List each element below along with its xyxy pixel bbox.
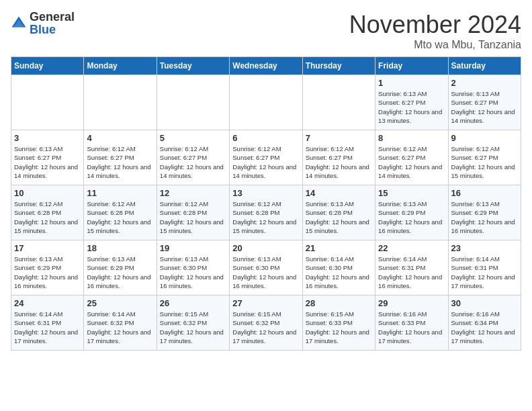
day-info: Sunrise: 6:13 AM Sunset: 6:27 PM Dayligh… bbox=[378, 89, 445, 125]
day-info: Sunrise: 6:12 AM Sunset: 6:27 PM Dayligh… bbox=[87, 144, 153, 180]
day-info: Sunrise: 6:12 AM Sunset: 6:27 PM Dayligh… bbox=[451, 144, 518, 180]
day-number: 30 bbox=[451, 298, 518, 308]
table-row: 26Sunrise: 6:15 AM Sunset: 6:32 PM Dayli… bbox=[157, 295, 229, 351]
day-info: Sunrise: 6:13 AM Sunset: 6:28 PM Dayligh… bbox=[306, 199, 372, 235]
table-row: 19Sunrise: 6:13 AM Sunset: 6:30 PM Dayli… bbox=[157, 240, 229, 295]
table-row: 23Sunrise: 6:14 AM Sunset: 6:31 PM Dayli… bbox=[448, 240, 521, 295]
day-info: Sunrise: 6:12 AM Sunset: 6:28 PM Dayligh… bbox=[14, 199, 81, 235]
logo-text-general: General bbox=[30, 10, 75, 24]
header-saturday: Saturday bbox=[448, 57, 521, 75]
day-info: Sunrise: 6:14 AM Sunset: 6:32 PM Dayligh… bbox=[87, 310, 153, 345]
table-row: 24Sunrise: 6:14 AM Sunset: 6:31 PM Dayli… bbox=[11, 295, 84, 351]
table-row: 21Sunrise: 6:14 AM Sunset: 6:30 PM Dayli… bbox=[302, 240, 375, 295]
day-number: 1 bbox=[378, 78, 445, 88]
day-info: Sunrise: 6:13 AM Sunset: 6:29 PM Dayligh… bbox=[87, 255, 153, 290]
table-row: 27Sunrise: 6:15 AM Sunset: 6:32 PM Dayli… bbox=[230, 295, 302, 351]
table-row bbox=[302, 75, 375, 130]
day-number: 17 bbox=[14, 243, 81, 253]
day-number: 20 bbox=[232, 243, 299, 253]
day-number: 22 bbox=[378, 243, 445, 253]
week-row-4: 17Sunrise: 6:13 AM Sunset: 6:29 PM Dayli… bbox=[11, 240, 521, 295]
day-number: 24 bbox=[14, 298, 81, 308]
header-thursday: Thursday bbox=[302, 57, 375, 75]
day-info: Sunrise: 6:12 AM Sunset: 6:27 PM Dayligh… bbox=[378, 144, 445, 180]
day-number: 15 bbox=[378, 188, 445, 198]
day-number: 21 bbox=[306, 243, 372, 253]
day-number: 11 bbox=[87, 188, 153, 198]
day-info: Sunrise: 6:12 AM Sunset: 6:28 PM Dayligh… bbox=[232, 199, 299, 235]
table-row: 28Sunrise: 6:15 AM Sunset: 6:33 PM Dayli… bbox=[302, 295, 375, 351]
week-row-2: 3Sunrise: 6:13 AM Sunset: 6:27 PM Daylig… bbox=[11, 130, 521, 185]
day-number: 10 bbox=[14, 188, 81, 198]
header-monday: Monday bbox=[84, 57, 157, 75]
day-number: 12 bbox=[160, 188, 226, 198]
day-info: Sunrise: 6:14 AM Sunset: 6:31 PM Dayligh… bbox=[451, 255, 518, 290]
table-row: 22Sunrise: 6:14 AM Sunset: 6:31 PM Dayli… bbox=[375, 240, 448, 295]
table-row bbox=[84, 75, 157, 130]
day-number: 29 bbox=[378, 298, 445, 308]
day-number: 18 bbox=[87, 243, 153, 253]
calendar: SundayMondayTuesdayWednesdayThursdayFrid… bbox=[11, 56, 521, 351]
day-number: 27 bbox=[232, 298, 299, 308]
table-row: 11Sunrise: 6:12 AM Sunset: 6:28 PM Dayli… bbox=[84, 185, 157, 240]
page-header: General Blue November 2024 Mto wa Mbu, T… bbox=[11, 11, 521, 51]
day-number: 4 bbox=[87, 133, 153, 143]
table-row: 7Sunrise: 6:12 AM Sunset: 6:27 PM Daylig… bbox=[302, 130, 375, 185]
logo: General Blue bbox=[11, 11, 75, 36]
table-row: 6Sunrise: 6:12 AM Sunset: 6:27 PM Daylig… bbox=[230, 130, 302, 185]
calendar-body: 1Sunrise: 6:13 AM Sunset: 6:27 PM Daylig… bbox=[11, 75, 521, 351]
day-info: Sunrise: 6:15 AM Sunset: 6:32 PM Dayligh… bbox=[160, 310, 226, 345]
day-info: Sunrise: 6:15 AM Sunset: 6:32 PM Dayligh… bbox=[232, 310, 299, 345]
day-info: Sunrise: 6:13 AM Sunset: 6:29 PM Dayligh… bbox=[451, 199, 518, 235]
day-info: Sunrise: 6:12 AM Sunset: 6:28 PM Dayligh… bbox=[160, 199, 226, 235]
week-row-1: 1Sunrise: 6:13 AM Sunset: 6:27 PM Daylig… bbox=[11, 75, 521, 130]
day-info: Sunrise: 6:16 AM Sunset: 6:34 PM Dayligh… bbox=[451, 310, 518, 345]
day-number: 2 bbox=[451, 78, 518, 88]
table-row bbox=[230, 75, 302, 130]
table-row: 3Sunrise: 6:13 AM Sunset: 6:27 PM Daylig… bbox=[11, 130, 84, 185]
day-info: Sunrise: 6:13 AM Sunset: 6:27 PM Dayligh… bbox=[451, 89, 518, 125]
table-row: 20Sunrise: 6:13 AM Sunset: 6:30 PM Dayli… bbox=[230, 240, 302, 295]
table-row: 25Sunrise: 6:14 AM Sunset: 6:32 PM Dayli… bbox=[84, 295, 157, 351]
day-number: 23 bbox=[451, 243, 518, 253]
header-tuesday: Tuesday bbox=[157, 57, 229, 75]
logo-icon bbox=[11, 15, 27, 32]
day-info: Sunrise: 6:14 AM Sunset: 6:31 PM Dayligh… bbox=[14, 310, 81, 345]
table-row: 2Sunrise: 6:13 AM Sunset: 6:27 PM Daylig… bbox=[448, 75, 521, 130]
day-info: Sunrise: 6:14 AM Sunset: 6:30 PM Dayligh… bbox=[306, 255, 372, 290]
day-info: Sunrise: 6:13 AM Sunset: 6:29 PM Dayligh… bbox=[14, 255, 81, 290]
day-number: 26 bbox=[160, 298, 226, 308]
month-title: November 2024 bbox=[349, 11, 521, 39]
day-info: Sunrise: 6:13 AM Sunset: 6:27 PM Dayligh… bbox=[14, 144, 81, 180]
table-row: 13Sunrise: 6:12 AM Sunset: 6:28 PM Dayli… bbox=[230, 185, 302, 240]
day-info: Sunrise: 6:12 AM Sunset: 6:28 PM Dayligh… bbox=[87, 199, 153, 235]
day-number: 3 bbox=[14, 133, 81, 143]
day-number: 14 bbox=[306, 188, 372, 198]
header-sunday: Sunday bbox=[11, 57, 84, 75]
table-row: 8Sunrise: 6:12 AM Sunset: 6:27 PM Daylig… bbox=[375, 130, 448, 185]
table-row bbox=[11, 75, 84, 130]
table-row: 9Sunrise: 6:12 AM Sunset: 6:27 PM Daylig… bbox=[448, 130, 521, 185]
day-info: Sunrise: 6:12 AM Sunset: 6:27 PM Dayligh… bbox=[232, 144, 299, 180]
week-row-3: 10Sunrise: 6:12 AM Sunset: 6:28 PM Dayli… bbox=[11, 185, 521, 240]
table-row: 5Sunrise: 6:12 AM Sunset: 6:27 PM Daylig… bbox=[157, 130, 229, 185]
day-info: Sunrise: 6:13 AM Sunset: 6:30 PM Dayligh… bbox=[232, 255, 299, 290]
day-number: 8 bbox=[378, 133, 445, 143]
table-row: 16Sunrise: 6:13 AM Sunset: 6:29 PM Dayli… bbox=[448, 185, 521, 240]
table-row: 15Sunrise: 6:13 AM Sunset: 6:29 PM Dayli… bbox=[375, 185, 448, 240]
table-row: 29Sunrise: 6:16 AM Sunset: 6:33 PM Dayli… bbox=[375, 295, 448, 351]
table-row: 1Sunrise: 6:13 AM Sunset: 6:27 PM Daylig… bbox=[375, 75, 448, 130]
header-friday: Friday bbox=[375, 57, 448, 75]
day-info: Sunrise: 6:12 AM Sunset: 6:27 PM Dayligh… bbox=[306, 144, 372, 180]
logo-text-blue: Blue bbox=[30, 23, 56, 36]
day-number: 5 bbox=[160, 133, 226, 143]
day-info: Sunrise: 6:13 AM Sunset: 6:30 PM Dayligh… bbox=[160, 255, 226, 290]
day-number: 9 bbox=[451, 133, 518, 143]
title-block: November 2024 Mto wa Mbu, Tanzania bbox=[349, 11, 521, 51]
week-row-5: 24Sunrise: 6:14 AM Sunset: 6:31 PM Dayli… bbox=[11, 295, 521, 351]
location-title: Mto wa Mbu, Tanzania bbox=[349, 39, 521, 51]
table-row bbox=[157, 75, 229, 130]
day-number: 6 bbox=[232, 133, 299, 143]
day-info: Sunrise: 6:13 AM Sunset: 6:29 PM Dayligh… bbox=[378, 199, 445, 235]
day-number: 19 bbox=[160, 243, 226, 253]
